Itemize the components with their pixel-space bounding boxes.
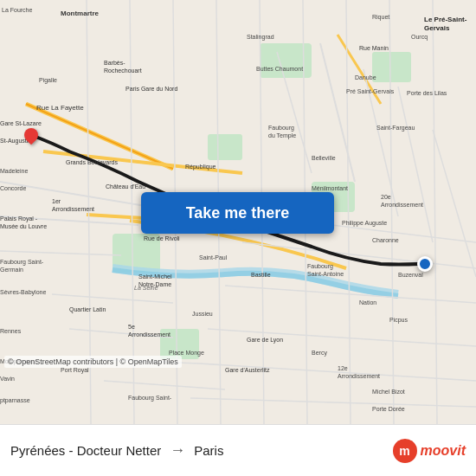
svg-text:Rennes: Rennes (0, 328, 22, 334)
svg-text:La Seine: La Seine (134, 285, 158, 291)
svg-text:Faubourg Saint-: Faubourg Saint- (128, 395, 172, 402)
svg-text:Saint-Fargeau: Saint-Fargeau (376, 125, 415, 132)
svg-text:Saint-Paul: Saint-Paul (199, 254, 228, 261)
svg-text:La Fourche: La Fourche (2, 7, 33, 13)
svg-text:Porte des Lilas: Porte des Lilas (407, 90, 447, 96)
destination-marker (417, 256, 433, 272)
svg-text:Bercy: Bercy (312, 350, 327, 357)
footer-bar: Pyrénées - Docteur Netter → Paris m moov… (0, 424, 476, 476)
moovit-m-icon: m (393, 439, 417, 463)
svg-rect-6 (372, 52, 411, 82)
svg-text:Rue de Rivoli: Rue de Rivoli (144, 235, 180, 241)
svg-text:Concorde: Concorde (0, 185, 26, 191)
svg-text:Pigalle: Pigalle (39, 77, 57, 84)
svg-text:Paris Gare du Nord: Paris Gare du Nord (125, 86, 177, 92)
svg-text:Rue Manin: Rue Manin (359, 45, 389, 51)
svg-text:Gare de Lyon: Gare de Lyon (247, 337, 283, 344)
svg-text:Château d'Eau: Château d'Eau (106, 183, 145, 190)
svg-text:Buzenval: Buzenval (398, 272, 423, 278)
svg-text:Grands Boulevards: Grands Boulevards (66, 159, 118, 165)
to-station: Paris (194, 443, 223, 458)
svg-text:ptparnasse: ptparnasse (0, 397, 30, 404)
svg-text:Faubourgdu Temple: Faubourgdu Temple (268, 125, 296, 139)
svg-rect-2 (208, 134, 242, 160)
svg-text:Ménilmontant: Ménilmontant (312, 185, 348, 191)
moovit-brand-text: moovit (421, 443, 466, 459)
map-container: La Fourche Montmartre Pigalle Barbès-Roc… (0, 0, 476, 424)
take-me-there-button[interactable]: Take me there (141, 192, 334, 234)
svg-text:Ourcq: Ourcq (411, 34, 428, 41)
svg-text:Porte Dorée: Porte Dorée (372, 406, 405, 412)
svg-text:Picpus: Picpus (389, 317, 408, 324)
svg-text:République: République (185, 164, 216, 170)
svg-text:Port Royal: Port Royal (61, 367, 89, 374)
svg-text:Rue La Fayette: Rue La Fayette (36, 104, 84, 112)
svg-text:Michel Bizot: Michel Bizot (372, 389, 405, 395)
svg-text:Vavin: Vavin (0, 376, 15, 382)
svg-text:Charonne: Charonne (372, 237, 399, 243)
svg-text:Gare d'Austerlitz: Gare d'Austerlitz (225, 367, 270, 373)
svg-text:Riquet: Riquet (372, 14, 389, 21)
svg-text:Nation: Nation (359, 299, 376, 306)
svg-text:Jussieu: Jussieu (192, 311, 213, 317)
svg-text:Philippe Auguste: Philippe Auguste (342, 220, 387, 227)
svg-text:Montmartre: Montmartre (61, 10, 100, 17)
arrow-icon: → (170, 441, 185, 460)
svg-text:Madeleine: Madeleine (0, 168, 28, 174)
svg-text:Stalingrad: Stalingrad (247, 34, 274, 41)
map-copyright: © OpenStreetMap contributors | © OpenMap… (4, 356, 182, 368)
svg-text:Danube: Danube (355, 74, 376, 80)
moovit-logo: m moovit (393, 439, 466, 463)
svg-text:Pré Saint-Gervais: Pré Saint-Gervais (346, 88, 395, 94)
svg-text:Buttes Chaumont: Buttes Chaumont (256, 66, 303, 72)
svg-text:Sèvres-Babylone: Sèvres-Babylone (0, 289, 46, 296)
route-info: Pyrénées - Docteur Netter → Paris (10, 441, 223, 460)
svg-text:Belleville: Belleville (312, 155, 336, 161)
svg-text:Bastille: Bastille (251, 272, 271, 278)
svg-text:Gare St-Lazare: Gare St-Lazare (0, 120, 42, 126)
from-station: Pyrénées - Docteur Netter (10, 443, 161, 458)
svg-text:Quartier Latin: Quartier Latin (69, 306, 106, 313)
